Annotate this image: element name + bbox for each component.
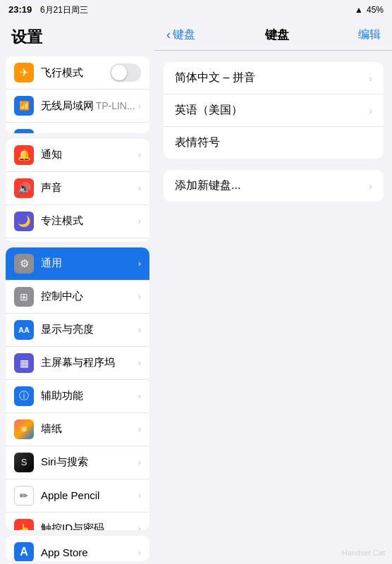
battery-icon: 45% [367, 5, 384, 15]
controlcenter-chevron: › [138, 291, 141, 302]
main-layout: 设置 ✈ 飞行模式 📶 无线局域网 TP-LIN... › B 蓝牙 打开 [0, 20, 392, 564]
status-time: 23:19 6月21日周三 [8, 4, 88, 16]
keyboard-list-group: 简体中文 – 拼音 › 英语（美国） › 表情符号 [164, 62, 384, 159]
wifi-icon: 📶 [14, 96, 34, 116]
status-bar: 23:19 6月21日周三 ▲ 45% [0, 0, 392, 20]
wifi-chevron: › [138, 101, 141, 111]
applepencil-chevron: › [138, 490, 141, 501]
sidebar-item-focus[interactable]: 🌙 专注模式 › [6, 205, 149, 238]
bluetooth-icon: B [14, 129, 34, 133]
sidebar-item-sound[interactable]: 🔊 声音 › [6, 172, 149, 205]
sidebar-item-applepencil[interactable]: ✏ Apple Pencil › [6, 479, 149, 513]
sidebar-item-airplane[interactable]: ✈ 飞行模式 [6, 56, 149, 90]
back-chevron-icon: ‹ [166, 27, 171, 42]
general-chevron: › [138, 258, 141, 269]
sound-chevron: › [138, 183, 141, 193]
sidebar-title: 设置 [0, 20, 155, 54]
siri-chevron: › [138, 457, 141, 467]
accessibility-chevron: › [138, 391, 141, 401]
display-icon: AA [14, 320, 34, 340]
sidebar-item-touchid[interactable]: 👆 触控ID与密码 › [6, 513, 149, 531]
sidebar-item-controlcenter[interactable]: ⊞ 控制中心 › [6, 281, 149, 314]
sound-icon: 🔊 [14, 178, 34, 198]
edit-button[interactable]: 编辑 [358, 27, 381, 42]
sidebar-item-wallpaper[interactable]: ❄ 墙纸 › [6, 413, 149, 446]
sidebar-item-appstore[interactable]: A App Store › [6, 536, 149, 561]
sidebar-section-system1: 🔔 通知 › 🔊 声音 › 🌙 专注模式 › ⏱ 屏幕使用时间 › [6, 139, 149, 242]
general-icon: ⚙ [14, 254, 34, 274]
panel-header: ‹ 键盘 键盘 编辑 [155, 20, 392, 51]
panel-content: 简体中文 – 拼音 › 英语（美国） › 表情符号 添加新键盘... › [155, 51, 392, 564]
sidebar-section-system2: ⚙ 通用 › ⊞ 控制中心 › AA 显示与亮度 › ▦ 主屏幕与程序坞 › ⓘ [6, 247, 149, 531]
right-panel: ‹ 键盘 键盘 编辑 简体中文 – 拼音 › 英语（美国） › 表情符号 [155, 20, 392, 564]
english-chevron: › [369, 105, 372, 116]
sidebar-item-accessibility[interactable]: ⓘ 辅助功能 › [6, 380, 149, 413]
wallpaper-chevron: › [138, 424, 141, 434]
notification-chevron: › [138, 149, 141, 160]
keyboard-row-add[interactable]: 添加新键盘... › [164, 170, 384, 202]
notification-icon: 🔔 [14, 145, 34, 165]
wallpaper-icon: ❄ [14, 419, 34, 439]
back-button[interactable]: ‹ 键盘 [166, 27, 195, 42]
accessibility-icon: ⓘ [14, 386, 34, 406]
keyboard-row-english[interactable]: 英语（美国） › [164, 94, 384, 127]
keyboard-row-emoji[interactable]: 表情符号 [164, 127, 384, 159]
homescreen-chevron: › [138, 357, 141, 368]
sidebar-item-general[interactable]: ⚙ 通用 › [6, 247, 149, 281]
sidebar: 设置 ✈ 飞行模式 📶 无线局域网 TP-LIN... › B 蓝牙 打开 [0, 20, 155, 564]
display-chevron: › [138, 324, 141, 335]
sidebar-item-bluetooth[interactable]: B 蓝牙 打开 [6, 123, 149, 133]
focus-chevron: › [138, 216, 141, 226]
touchid-icon: 👆 [14, 519, 34, 531]
simplified-chinese-chevron: › [369, 73, 372, 84]
status-indicators: ▲ 45% [355, 5, 384, 15]
add-keyboard-group: 添加新键盘... › [164, 170, 384, 202]
sidebar-item-display[interactable]: AA 显示与亮度 › [6, 314, 149, 347]
siri-icon: S [14, 453, 34, 472]
appstore-chevron: › [138, 547, 141, 558]
applepencil-icon: ✏ [14, 486, 34, 505]
homescreen-icon: ▦ [14, 353, 34, 373]
sidebar-section-connectivity: ✈ 飞行模式 📶 无线局域网 TP-LIN... › B 蓝牙 打开 [6, 56, 149, 133]
touchid-chevron: › [138, 523, 141, 530]
panel-title: 键盘 [265, 27, 289, 43]
sidebar-item-wifi[interactable]: 📶 无线局域网 TP-LIN... › [6, 90, 149, 123]
sidebar-item-siri[interactable]: S Siri与搜索 › [6, 446, 149, 479]
keyboard-row-simplified-chinese[interactable]: 简体中文 – 拼音 › [164, 62, 384, 94]
sidebar-item-homescreen[interactable]: ▦ 主屏幕与程序坞 › [6, 347, 149, 380]
wifi-icon: ▲ [355, 5, 363, 15]
appstore-icon: A [14, 542, 34, 561]
airplane-icon: ✈ [14, 63, 34, 82]
sidebar-item-notification[interactable]: 🔔 通知 › [6, 139, 149, 172]
sidebar-item-screentime[interactable]: ⏱ 屏幕使用时间 › [6, 238, 149, 242]
watermark: Handset Cat [342, 548, 385, 557]
airplane-toggle[interactable] [110, 63, 141, 82]
controlcenter-icon: ⊞ [14, 287, 34, 307]
sidebar-section-appstore: A App Store › [6, 536, 149, 561]
focus-icon: 🌙 [14, 212, 34, 231]
add-keyboard-chevron: › [369, 180, 372, 192]
